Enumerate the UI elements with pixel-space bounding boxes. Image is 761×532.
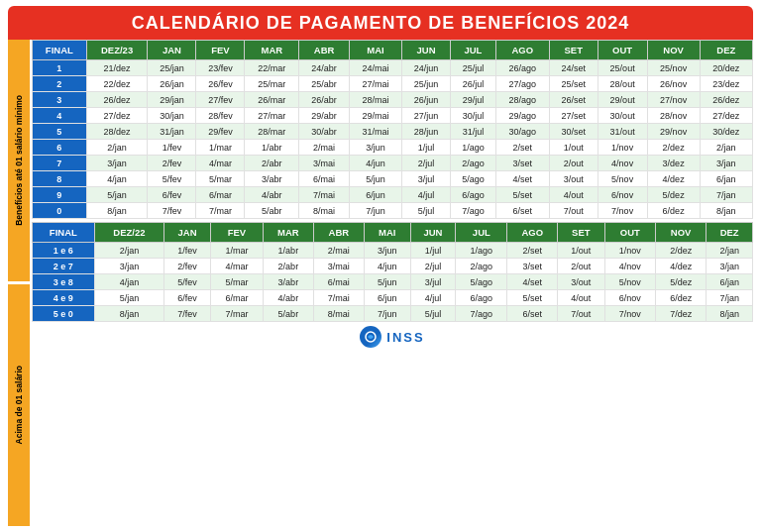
data-cell: 6/fev bbox=[148, 187, 196, 203]
final-cell: 6 bbox=[33, 140, 87, 156]
data-cell: 2/ago bbox=[456, 259, 507, 274]
data-cell: 2/jan bbox=[707, 243, 753, 259]
final-cell: 2 e 7 bbox=[33, 259, 95, 274]
data-cell: 6/mar bbox=[210, 290, 263, 306]
data-cell: 25/nov bbox=[647, 60, 700, 76]
col-ago-2: AGO bbox=[507, 223, 558, 243]
inss-text: INSS bbox=[386, 330, 424, 345]
col-nov-1: NOV bbox=[647, 41, 700, 60]
col-set-2: SET bbox=[558, 223, 605, 243]
data-cell: 8/jan bbox=[86, 203, 148, 219]
data-cell: 6/mai bbox=[313, 274, 364, 290]
data-cell: 4/out bbox=[549, 187, 598, 203]
data-cell: 3/out bbox=[549, 171, 598, 187]
table1-header-row: FINAL DEZ/23 JAN FEV MAR ABR MAI JUN JUL… bbox=[33, 41, 753, 60]
data-cell: 3/jun bbox=[349, 140, 401, 156]
data-cell: 7/nov bbox=[598, 203, 647, 219]
data-cell: 4/jan bbox=[94, 274, 164, 290]
data-cell: 4/jun bbox=[349, 156, 401, 171]
data-cell: 2/set bbox=[495, 140, 549, 156]
data-cell: 1/fev bbox=[164, 243, 211, 259]
data-cell: 4/set bbox=[495, 171, 549, 187]
data-cell: 1/out bbox=[549, 140, 598, 156]
data-cell: 5/ago bbox=[456, 274, 507, 290]
data-cell: 6/set bbox=[495, 203, 549, 219]
data-cell: 6/nov bbox=[604, 290, 655, 306]
data-cell: 1/mar bbox=[210, 243, 263, 259]
final-cell: 7 bbox=[33, 156, 87, 171]
data-cell: 5/jan bbox=[94, 290, 164, 306]
data-cell: 5/abr bbox=[245, 203, 299, 219]
col-dez22: DEZ/22 bbox=[94, 223, 164, 243]
data-cell: 28/jun bbox=[402, 124, 451, 140]
data-cell: 6/jun bbox=[364, 290, 410, 306]
final-cell: 8 bbox=[33, 171, 87, 187]
table-row: 427/dez30/jan28/fev27/mar29/abr29/mai27/… bbox=[33, 108, 753, 124]
data-cell: 3/jan bbox=[707, 259, 753, 274]
col-abr-1: ABR bbox=[299, 41, 350, 60]
data-cell: 7/mar bbox=[196, 203, 245, 219]
data-cell: 2/out bbox=[549, 156, 598, 171]
data-cell: 1/nov bbox=[604, 243, 655, 259]
data-cell: 4/jan bbox=[86, 171, 148, 187]
data-cell: 6/jan bbox=[707, 274, 753, 290]
table-row: 1 e 62/jan1/fev1/mar1/abr2/mai3/jun1/jul… bbox=[33, 243, 753, 259]
data-cell: 26/fev bbox=[196, 76, 245, 92]
data-cell: 24/abr bbox=[299, 60, 350, 76]
data-cell: 6/jun bbox=[349, 187, 401, 203]
data-cell: 5/set bbox=[507, 290, 558, 306]
data-cell: 31/out bbox=[598, 124, 647, 140]
data-cell: 7/nov bbox=[604, 306, 655, 322]
data-cell: 3/mai bbox=[313, 259, 364, 274]
data-cell: 2/abr bbox=[264, 259, 314, 274]
col-jan-2: JAN bbox=[164, 223, 211, 243]
data-cell: 5/abr bbox=[264, 306, 314, 322]
data-cell: 8/jan bbox=[700, 203, 752, 219]
col-nov-2: NOV bbox=[655, 223, 706, 243]
data-cell: 26/mar bbox=[245, 92, 299, 108]
data-cell: 7/mar bbox=[210, 306, 263, 322]
data-cell: 6/nov bbox=[598, 187, 647, 203]
table-row: 95/jan6/fev6/mar4/abr7/mai6/jun4/jul6/ag… bbox=[33, 187, 753, 203]
data-cell: 4/dez bbox=[655, 259, 706, 274]
table-row: 2 e 73/jan2/fev4/mar2/abr3/mai4/jun2/jul… bbox=[33, 259, 753, 274]
data-cell: 27/dez bbox=[700, 108, 752, 124]
data-cell: 29/ago bbox=[495, 108, 549, 124]
data-cell: 30/jan bbox=[148, 108, 196, 124]
table-row: 3 e 84/jan5/fev5/mar3/abr6/mai5/jun3/jul… bbox=[33, 274, 753, 290]
col-out-1: OUT bbox=[598, 41, 647, 60]
data-cell: 29/nov bbox=[647, 124, 700, 140]
data-cell: 3/out bbox=[558, 274, 605, 290]
data-cell: 6/set bbox=[507, 306, 558, 322]
data-cell: 6/mai bbox=[299, 171, 350, 187]
data-cell: 4/abr bbox=[245, 187, 299, 203]
side-label-bottom: Acima de 01 salário bbox=[8, 284, 30, 526]
data-cell: 22/dez bbox=[86, 76, 148, 92]
data-cell: 6/ago bbox=[456, 290, 507, 306]
data-cell: 20/dez bbox=[700, 60, 752, 76]
data-cell: 8/jan bbox=[707, 306, 753, 322]
data-cell: 4/jul bbox=[410, 290, 456, 306]
col-fev-1: FEV bbox=[196, 41, 245, 60]
data-cell: 7/dez bbox=[655, 306, 706, 322]
table-row: 08/jan7/fev7/mar5/abr8/mai7/jun5/jul7/ag… bbox=[33, 203, 753, 219]
data-cell: 28/fev bbox=[196, 108, 245, 124]
data-cell: 2/jul bbox=[410, 259, 456, 274]
col-final-1: FINAL bbox=[33, 41, 87, 60]
data-cell: 29/jan bbox=[148, 92, 196, 108]
data-cell: 29/mai bbox=[349, 108, 401, 124]
final-cell: 3 e 8 bbox=[33, 274, 95, 290]
final-cell: 1 bbox=[33, 60, 87, 76]
data-cell: 1/jul bbox=[410, 243, 456, 259]
data-cell: 31/mai bbox=[349, 124, 401, 140]
final-cell: 5 e 0 bbox=[33, 306, 95, 322]
data-cell: 4/abr bbox=[264, 290, 314, 306]
data-cell: 4/mar bbox=[196, 156, 245, 171]
final-cell: 2 bbox=[33, 76, 87, 92]
data-cell: 3/jan bbox=[94, 259, 164, 274]
data-cell: 27/jun bbox=[402, 108, 451, 124]
col-ago-1: AGO bbox=[495, 41, 549, 60]
data-cell: 2/mai bbox=[299, 140, 350, 156]
data-cell: 1/abr bbox=[264, 243, 314, 259]
table-row: 528/dez31/jan29/fev28/mar30/abr31/mai28/… bbox=[33, 124, 753, 140]
